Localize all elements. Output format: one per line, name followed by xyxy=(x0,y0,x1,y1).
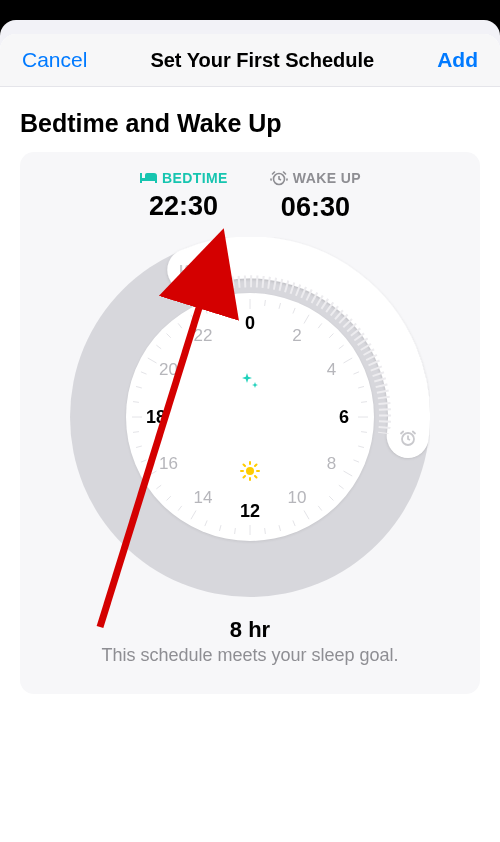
navbar: Cancel Set Your First Schedule Add xyxy=(0,34,500,87)
modal-sheet: Cancel Set Your First Schedule Add Bedti… xyxy=(0,34,500,842)
svg-line-23 xyxy=(318,506,322,511)
svg-line-9 xyxy=(318,323,322,328)
summary-message: This schedule meets your sleep goal. xyxy=(30,645,470,666)
svg-line-18 xyxy=(358,446,364,448)
hour-10: 10 xyxy=(288,488,307,508)
wakeup-value: 06:30 xyxy=(270,192,361,223)
wakeup-col: WAKE UP 06:30 xyxy=(270,170,361,223)
svg-line-22 xyxy=(329,496,333,500)
svg-line-5 xyxy=(265,300,266,306)
svg-line-15 xyxy=(361,402,367,403)
add-button[interactable]: Add xyxy=(437,48,478,72)
bedtime-col: BEDTIME 22:30 xyxy=(139,170,228,223)
wakeup-handle[interactable] xyxy=(388,418,428,458)
hour-4: 4 xyxy=(327,360,336,380)
svg-line-13 xyxy=(353,372,359,374)
content-area: Bedtime and Wake Up BEDTIME 22:30 xyxy=(0,87,500,842)
modal-title: Set Your First Schedule xyxy=(150,49,374,72)
hour-8: 8 xyxy=(327,454,336,474)
svg-line-7 xyxy=(293,308,295,314)
hour-2: 2 xyxy=(292,326,301,346)
annotation-arrow xyxy=(40,217,260,637)
svg-line-10 xyxy=(329,334,333,338)
svg-line-27 xyxy=(265,528,266,534)
wakeup-label: WAKE UP xyxy=(270,170,361,186)
svg-line-20 xyxy=(344,471,353,476)
bed-icon xyxy=(139,171,157,185)
svg-line-12 xyxy=(344,358,353,363)
svg-line-8 xyxy=(304,315,309,324)
sleep-dial[interactable]: 0246810121416182022 xyxy=(70,237,430,597)
svg-line-21 xyxy=(339,485,344,489)
wakeup-label-text: WAKE UP xyxy=(293,170,361,186)
cancel-button[interactable]: Cancel xyxy=(22,48,87,72)
schedule-card: BEDTIME 22:30 WAKE UP 06:30 xyxy=(20,152,480,694)
section-title: Bedtime and Wake Up xyxy=(20,109,480,138)
svg-line-11 xyxy=(339,345,344,349)
svg-line-14 xyxy=(358,386,364,388)
hour-6: 6 xyxy=(339,407,349,428)
bedtime-label: BEDTIME xyxy=(139,170,228,186)
alarm-icon xyxy=(270,170,288,186)
times-row: BEDTIME 22:30 WAKE UP 06:30 xyxy=(30,170,470,223)
bedtime-label-text: BEDTIME xyxy=(162,170,228,186)
svg-line-24 xyxy=(304,511,309,520)
svg-line-6 xyxy=(279,303,281,309)
svg-line-17 xyxy=(361,432,367,433)
svg-line-53 xyxy=(100,295,203,627)
svg-line-19 xyxy=(353,460,359,462)
svg-line-25 xyxy=(293,520,295,526)
svg-line-26 xyxy=(279,525,281,531)
